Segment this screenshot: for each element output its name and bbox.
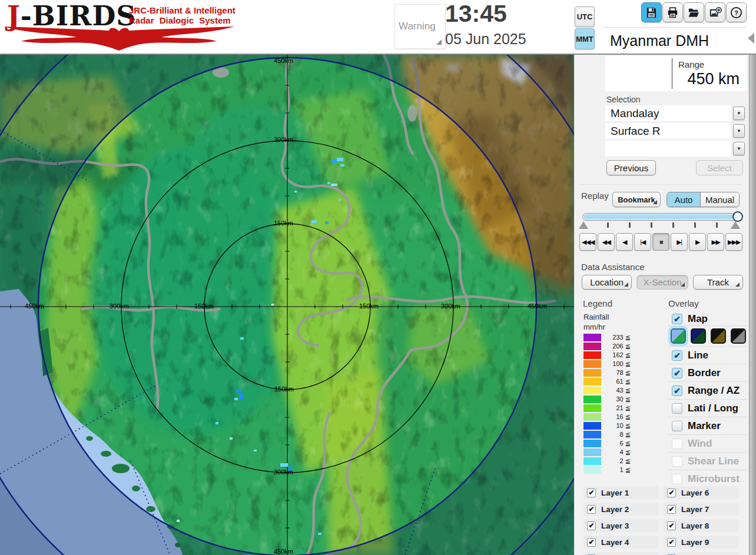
option-dropdown[interactable] [605, 141, 731, 157]
radar-echo [325, 221, 329, 224]
overlay-item-line[interactable]: ✔Line [668, 346, 746, 364]
manual-button[interactable]: Manual [701, 192, 739, 207]
layer-8-checkbox[interactable]: ✔ [667, 521, 676, 530]
layer-3-checkbox[interactable]: ✔ [587, 521, 596, 530]
layer-row[interactable]: ✔Layer 2 [583, 503, 658, 516]
mmt-button[interactable]: MMT [575, 28, 595, 49]
radar-echo [254, 450, 257, 451]
wind-checkbox[interactable] [672, 438, 682, 449]
layer-label: Layer 8 [681, 521, 709, 530]
product-dropdown-arrow-icon[interactable]: ▼ [733, 124, 745, 138]
map-style-swatch[interactable] [731, 328, 746, 344]
rewind-triple-button[interactable]: ◀◀◀ [579, 233, 596, 251]
marker-checkbox[interactable] [672, 421, 682, 431]
save-button[interactable] [641, 2, 662, 22]
terrain-map [0, 55, 574, 555]
overlay-item-microburst[interactable]: Microburst [668, 470, 746, 487]
layer-row[interactable]: ✔Layer 8 [664, 519, 738, 532]
rewind-double-button[interactable]: ◀◀ [598, 233, 615, 251]
layer-row[interactable]: ✔Layer 6 [664, 486, 738, 499]
export-image-button[interactable] [705, 2, 725, 22]
utc-button[interactable]: UTC [575, 6, 595, 27]
layer-9-checkbox[interactable]: ✔ [667, 538, 676, 547]
overlay-item-label: Range / AZ [688, 385, 740, 397]
option-dropdown-arrow-icon[interactable]: ▼ [733, 142, 745, 155]
auto-button[interactable]: Auto [667, 192, 701, 207]
legend-row: 162 ≦ [583, 351, 631, 360]
legend-value: 21 ≦ [601, 404, 631, 412]
product-dropdown[interactable]: Surface R [605, 123, 731, 139]
help-button[interactable]: ? [726, 2, 747, 22]
timeline-start-marker[interactable] [579, 221, 588, 229]
legend-color-swatch [583, 404, 601, 412]
layer-7-checkbox[interactable]: ✔ [667, 505, 676, 514]
control-panel: Range 450 km Selection Mandalay ▼ Surfac… [574, 55, 749, 555]
border-checkbox[interactable]: ✔ [672, 368, 682, 378]
previous-button[interactable]: Previous [606, 160, 656, 175]
open-folder-button[interactable] [684, 2, 704, 22]
layer-label: Layer 3 [601, 521, 629, 530]
overlay-item-lati-long[interactable]: Lati / Long [668, 399, 746, 417]
layer-row[interactable]: ✔Layer 9 [664, 536, 738, 549]
legend-color-swatch [583, 457, 601, 465]
layer-label: Layer 9 [681, 538, 709, 547]
layer-row[interactable]: ✔Layer 1 [583, 486, 658, 499]
map-style-swatch[interactable] [691, 328, 706, 344]
layer-4-checkbox[interactable]: ✔ [587, 538, 596, 547]
overlay-item-range-az[interactable]: ✔Range / AZ [668, 381, 746, 399]
legend-color-swatch [583, 334, 601, 341]
layer-6-checkbox[interactable]: ✔ [667, 488, 676, 497]
ring-label: 450km [274, 57, 293, 64]
microburst-checkbox[interactable] [672, 474, 682, 484]
forward-double-button[interactable]: ▶▶ [707, 233, 724, 251]
overlay-item-map[interactable]: ✔Map [668, 312, 746, 325]
warning-button[interactable]: Warning [394, 4, 446, 49]
overlay-item-marker[interactable]: Marker [668, 417, 746, 434]
stop-button[interactable]: ■ [652, 233, 669, 251]
select-button[interactable]: Select [696, 160, 743, 175]
panel-collapse-icon[interactable] [748, 33, 754, 44]
radar-map[interactable]: 450km300km150km150km300km450km450km300km… [0, 55, 574, 555]
print-button[interactable] [662, 2, 683, 22]
layer-row[interactable]: ✔Layer 3 [583, 519, 658, 532]
line-checkbox[interactable]: ✔ [672, 350, 682, 361]
site-dropdown-arrow-icon[interactable]: ▼ [733, 107, 745, 120]
layer-label: Layer 6 [681, 488, 709, 497]
map-checkbox[interactable]: ✔ [672, 314, 682, 324]
layer-row[interactable]: ✔Layer 7 [664, 503, 738, 516]
layer-1-checkbox[interactable]: ✔ [587, 488, 596, 497]
skip-start-button[interactable]: |◀ [634, 233, 651, 251]
layer-row-partial[interactable] [583, 552, 658, 555]
timeline-end-marker[interactable] [731, 221, 740, 229]
site-dropdown[interactable]: Mandalay [605, 105, 731, 121]
x-section-button[interactable]: X-Section [636, 275, 688, 290]
panel-scrollbar[interactable] [749, 55, 756, 555]
layer-row[interactable]: ✔Layer 4 [583, 536, 658, 549]
bookmark-button[interactable]: Bookmark [612, 192, 661, 207]
jbirds-app: J-BIRDS JRC-Brilliant & Intelligent Rada… [0, 0, 756, 555]
overlay-item-shear-line[interactable]: Shear Line [668, 452, 746, 470]
replay-timeline-slider[interactable] [582, 213, 741, 221]
play-button[interactable]: ▶ [689, 233, 706, 251]
map-style-swatch[interactable] [671, 328, 686, 344]
location-button[interactable]: Location [582, 275, 632, 290]
layer-row-partial[interactable] [664, 552, 738, 555]
clock-time: 13:45 [445, 0, 507, 28]
layer-2-checkbox[interactable]: ✔ [587, 505, 596, 514]
map-style-swatch[interactable] [711, 328, 726, 344]
overlay-item-label: Marker [688, 420, 721, 432]
radar-echo [339, 199, 341, 201]
overlay-item-border[interactable]: ✔Border [668, 364, 746, 381]
radar-echo [327, 182, 330, 184]
track-button[interactable]: Track [693, 275, 743, 290]
forward-triple-button[interactable]: ▶▶▶ [725, 233, 742, 251]
overlay-item-wind[interactable]: Wind [668, 434, 746, 452]
selection-label: Selection [606, 95, 641, 104]
range-az-checkbox[interactable]: ✔ [672, 385, 682, 396]
shear-line-checkbox[interactable] [672, 456, 682, 467]
play-reverse-button[interactable]: ◀ [616, 233, 633, 251]
skip-end-button[interactable]: ▶| [671, 233, 688, 251]
lati-long-checkbox[interactable] [672, 403, 682, 414]
timeline-tick [607, 222, 609, 228]
timeline-handle[interactable] [732, 211, 743, 222]
